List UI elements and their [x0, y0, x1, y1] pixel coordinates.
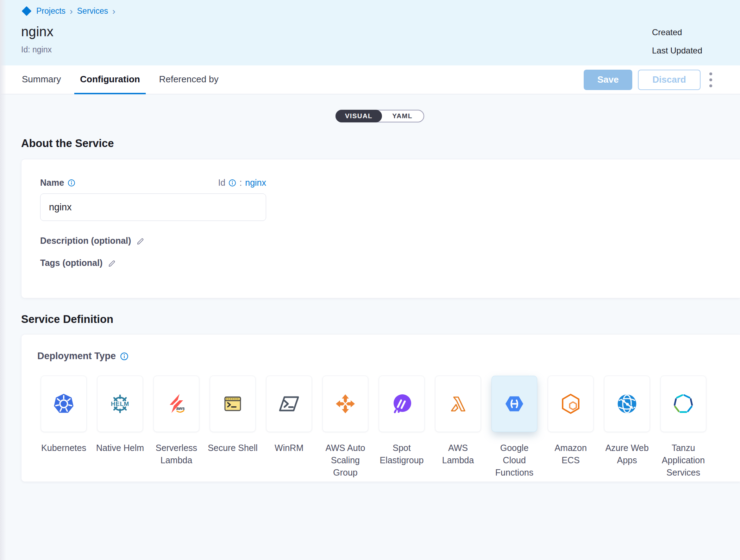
info-icon[interactable]: [228, 179, 236, 187]
service-definition-card: Deployment Type Kubernetes HELM Native H…: [21, 334, 740, 482]
projects-diamond-icon[interactable]: [21, 6, 32, 17]
deployment-type-label: Serverless Lambda: [151, 442, 202, 466]
deployment-type-label: Secure Shell: [208, 442, 258, 454]
deployment-type-label: AWS Lambda: [433, 442, 483, 466]
deployment-type-label: Azure Web Apps: [602, 442, 652, 466]
toggle-option-visual[interactable]: VISUAL: [335, 110, 382, 122]
deployment-type-native-helm[interactable]: HELM Native Helm: [92, 376, 148, 479]
save-button[interactable]: Save: [584, 70, 632, 90]
id-separator: :: [239, 178, 242, 188]
last-updated-label: Last Updated: [652, 46, 702, 56]
collapsed-nav-gutter: [0, 0, 6, 560]
breadcrumb-link-services[interactable]: Services: [77, 6, 108, 16]
edit-tags-icon[interactable]: [107, 259, 117, 268]
deployment-type-card: [266, 376, 312, 432]
info-icon[interactable]: [68, 179, 75, 187]
visual-yaml-toggle: VISUAL YAML: [335, 110, 424, 122]
service-id-group: Id : nginx: [218, 178, 266, 188]
spot-elastigroup-icon: [390, 393, 413, 415]
breadcrumb-separator-icon: ›: [69, 7, 74, 16]
service-id-text: Id: nginx: [21, 45, 740, 55]
deployment-type-card: [548, 376, 594, 432]
native-helm-icon: HELM: [109, 393, 131, 415]
deployment-type-tanzu-application-services[interactable]: Tanzu Application Services: [655, 376, 711, 479]
deployment-type-card: [41, 376, 87, 432]
tabs: Summary Configuration Referenced by: [16, 65, 224, 94]
toggle-option-yaml[interactable]: YAML: [382, 110, 423, 122]
about-service-card: Name Id : nginx Description (optional): [21, 159, 740, 298]
deployment-type-card: [322, 376, 368, 432]
info-icon[interactable]: [120, 352, 128, 361]
deployment-type-kubernetes[interactable]: Kubernetes: [36, 376, 92, 479]
service-definition-heading: Service Definition: [21, 313, 740, 326]
description-label: Description (optional): [40, 236, 131, 246]
page-title: nginx: [21, 24, 740, 39]
deployment-type-aws-lambda[interactable]: AWS Lambda: [430, 376, 486, 479]
deployment-type-label: Deployment Type: [37, 351, 116, 362]
breadcrumb-separator-icon: ›: [112, 7, 116, 16]
svg-text:aws: aws: [176, 406, 184, 411]
configuration-content: VISUAL YAML About the Service Name Id : …: [0, 110, 740, 482]
tab-configuration[interactable]: Configuration: [74, 65, 145, 94]
id-label: Id: [218, 178, 225, 188]
azure-web-apps-icon: [616, 393, 638, 415]
svg-text:HELM: HELM: [111, 400, 129, 407]
deployment-type-label: Kubernetes: [41, 442, 86, 454]
serverless-lambda-icon: aws: [165, 393, 188, 415]
breadcrumb-link-projects[interactable]: Projects: [36, 6, 65, 16]
kubernetes-icon: [52, 393, 75, 415]
deployment-type-secure-shell[interactable]: Secure Shell: [205, 376, 261, 479]
name-label: Name: [40, 178, 64, 188]
deployment-type-card: [491, 376, 537, 432]
deployment-type-spot-elastigroup[interactable]: Spot Elastigroup: [374, 376, 430, 479]
id-value-link[interactable]: nginx: [245, 178, 266, 188]
deployment-type-label: Amazon ECS: [545, 442, 596, 466]
deployment-type-options: Kubernetes HELM Native Helm aws Serverle…: [36, 376, 740, 479]
name-label-group: Name: [40, 178, 75, 188]
aws-lambda-icon: [447, 393, 469, 415]
deployment-type-google-cloud-functions[interactable]: Google Cloud Functions: [486, 376, 543, 479]
tab-referenced-by[interactable]: Referenced by: [153, 65, 224, 94]
deployment-type-card: [660, 376, 706, 432]
deployment-type-card: [379, 376, 425, 432]
tab-bar: Summary Configuration Referenced by Save…: [0, 65, 740, 94]
description-row: Description (optional): [40, 236, 740, 246]
deployment-type-card: aws: [153, 376, 199, 432]
deployment-type-card: [604, 376, 650, 432]
deployment-type-serverless-lambda[interactable]: aws Serverless Lambda: [148, 376, 205, 479]
deployment-type-card: [210, 376, 256, 432]
tags-row: Tags (optional): [40, 258, 740, 268]
deployment-type-label: WinRM: [275, 442, 303, 454]
tab-summary[interactable]: Summary: [16, 65, 67, 94]
deployment-type-azure-web-apps[interactable]: Azure Web Apps: [599, 376, 655, 479]
aws-auto-scaling-group-icon: [334, 393, 357, 415]
tanzu-application-services-icon: [672, 393, 695, 415]
deployment-type-label: Native Helm: [96, 442, 144, 454]
deployment-type-label: Tanzu Application Services: [658, 442, 709, 479]
name-input[interactable]: [40, 193, 266, 221]
breadcrumb: Projects › Services ›: [21, 6, 740, 17]
created-label: Created: [652, 27, 702, 37]
winrm-icon: [278, 393, 300, 415]
header-meta: Created Last Updated: [652, 27, 702, 56]
deployment-type-card: [435, 376, 481, 432]
tab-actions: Save Discard: [584, 65, 740, 94]
discard-button[interactable]: Discard: [638, 70, 701, 90]
amazon-ecs-icon: [559, 393, 582, 415]
edit-description-icon[interactable]: [136, 236, 145, 246]
deployment-type-label: AWS Auto Scaling Group: [320, 442, 371, 479]
deployment-type-winrm[interactable]: WinRM: [261, 376, 317, 479]
page-header: Projects › Services › nginx Id: nginx Cr…: [0, 0, 740, 65]
deployment-type-header: Deployment Type: [37, 351, 740, 362]
more-options-icon[interactable]: [706, 70, 715, 90]
deployment-type-aws-auto-scaling-group[interactable]: AWS Auto Scaling Group: [317, 376, 374, 479]
deployment-type-label: Google Cloud Functions: [489, 442, 540, 479]
google-cloud-functions-icon: [503, 393, 526, 415]
deployment-type-label: Spot Elastigroup: [376, 442, 427, 466]
deployment-type-amazon-ecs[interactable]: Amazon ECS: [543, 376, 599, 479]
deployment-type-card: HELM: [97, 376, 143, 432]
tags-label: Tags (optional): [40, 258, 102, 268]
about-service-heading: About the Service: [21, 137, 740, 150]
secure-shell-icon: [221, 393, 244, 415]
